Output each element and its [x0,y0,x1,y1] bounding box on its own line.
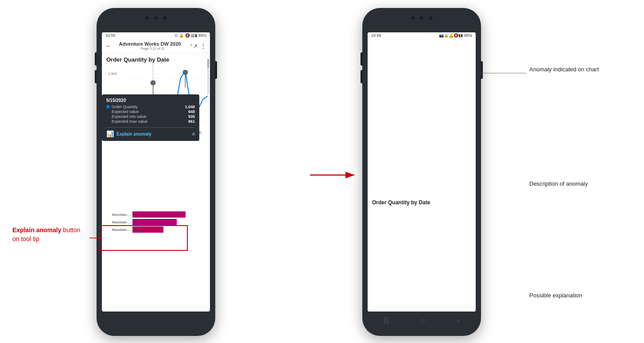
vol-down-r[interactable] [361,70,362,83]
svg-point-6 [151,80,155,85]
nav-home-icon[interactable]: ○ [421,316,426,324]
phone2-status-bar: 10:56 📷🔒🔔🔇▮▮ 85% [368,32,476,39]
more-icon[interactable]: ⋮ [200,43,206,50]
notch-dot-r2 [420,16,423,19]
scrollbar-thumb[interactable] [207,59,209,68]
annotation-explain-button: Explain anomaly buttonon tool tip [12,226,88,243]
notch-dot-r [411,16,415,19]
phone1-status-bar: 10:55 ⊙ 🔒 🔇 ▤▮ 85% [102,32,210,39]
tooltip-row-min: Expected min value 935 [106,114,195,119]
chevron-down-icon[interactable]: ⌄ [190,42,193,47]
annotation-anomaly-chart: Anomaly indicated on chart [529,66,631,74]
back-button[interactable]: ← [105,43,112,50]
center-arrow [310,168,359,182]
tooltip-row-expected: Expected value 948 [106,109,195,114]
phone2-page-header: Order Quantity by Date ⋯ [368,39,476,312]
tooltip-date: 5/15/2020 [106,98,195,103]
phone-left: 10:55 ⊙ 🔒 🔇 ▤▮ 85% ← Adventure Works DW … [97,8,215,336]
annotation-description: Description of anomaly [529,180,631,188]
bar-row-1: Mountain-... [106,211,206,218]
explain-chart-icon: 📊 [106,130,114,137]
phone1-status-icons: ⊙ 🔒 🔇 ▤▮ 85% [175,33,206,38]
volume-down-button[interactable] [95,70,97,83]
vol-up-r[interactable] [361,52,362,66]
phone2-time: 10:56 [371,33,381,38]
bar-row-2: Mountain-... [106,219,206,225]
notch-dot [154,16,158,19]
phone1-time: 10:55 [105,33,116,38]
phone1-nav-bar: ← Adventure Works DW 2020 ⌄ Page 1 (2 of… [102,39,210,54]
tooltip-close-button[interactable]: ✕ [191,131,196,137]
phone1-chart-title: Order Quantity by Date [102,54,210,64]
phone1-page-subtitle: Page 1 (2 of 2) [112,47,193,51]
nav-back-icon[interactable]: ‹ [458,316,460,324]
phone1-nav-title: Adventure Works DW 2020 [112,41,188,47]
explain-anomaly-button[interactable]: Explain anomaly [116,132,151,136]
notch-dot-r3 [429,16,432,19]
phone2-status-icons: 📷🔒🔔🔇▮▮ 85% [439,33,472,38]
power-button[interactable] [215,61,217,79]
bar-1 [132,211,186,218]
bar-row-3: Mountain-... [106,226,206,233]
notch-dot [145,16,149,19]
tooltip-row-qty: Order Quantity 1,048 [106,105,195,109]
phone1-bar-section: Mountain-... Mountain-... Mountain-... [102,207,210,237]
annotation-explain-bold: Explain anomaly [12,226,61,234]
nav-menu-icon[interactable]: ||| [384,316,389,324]
annotation-possible-explanation: Possible explanation [529,292,631,300]
bar-2 [132,219,177,225]
expand-icon[interactable]: ↗ [193,43,198,49]
volume-up-button[interactable] [95,52,97,66]
scrollbar-track[interactable] [207,59,209,94]
bar-3 [132,226,163,233]
notch-dot [163,16,167,19]
phone2-screen: 10:56 📷🔒🔔🔇▮▮ 85% Order Quantity by Date … [368,32,476,312]
annotation-line-anomaly [478,70,531,76]
tooltip-row-max: Expected max value 961 [106,119,195,124]
phone2-bottom-nav: ||| ○ ‹ [368,314,476,327]
power-button-r[interactable] [481,61,483,79]
phone-right: 10:56 📷🔒🔔🔇▮▮ 85% Order Quantity by Date … [362,8,481,336]
phone2-page-title: Order Quantity by Date [372,199,430,206]
phone1-tooltip: 5/15/2020 Order Quantity 1,048 Expected … [102,94,199,141]
phone1-screen: 10:55 ⊙ 🔒 🔇 ▤▮ 85% ← Adventure Works DW … [102,32,210,312]
tooltip-explain-section: 📊 Explain anomaly [106,127,195,137]
